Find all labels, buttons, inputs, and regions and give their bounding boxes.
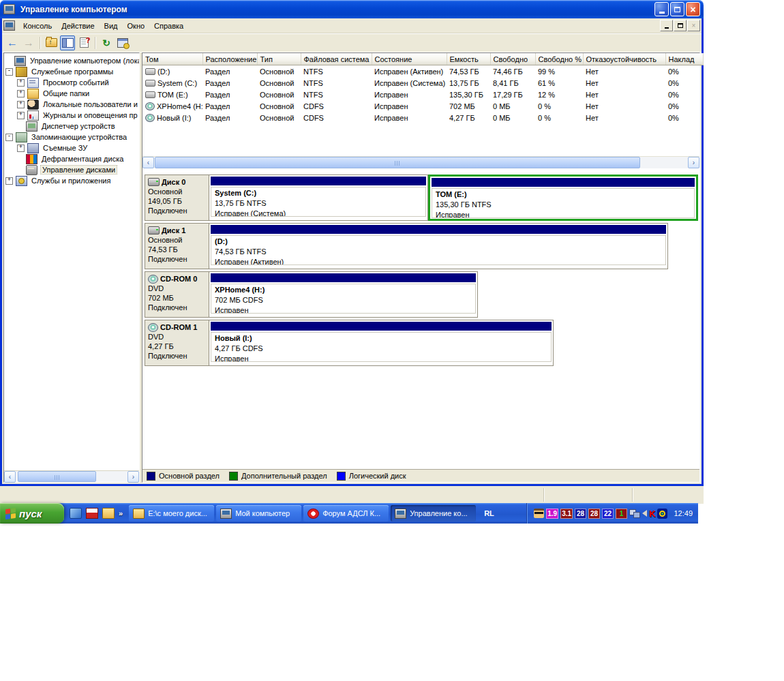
expand-icon[interactable]: +: [5, 177, 13, 185]
partition-tom-e-selected[interactable]: ТОМ (E:) 135,30 ГБ NTFS Исправен: [428, 175, 698, 221]
tray-badge[interactable]: 1: [616, 509, 627, 519]
mdi-window-controls: ×: [659, 20, 700, 31]
col-overhead[interactable]: Наклад: [665, 53, 703, 65]
tray-badge[interactable]: 28: [575, 509, 586, 519]
col-status[interactable]: Состояние: [372, 53, 447, 65]
col-filesystem[interactable]: Файловая система: [301, 53, 372, 65]
close-button[interactable]: ×: [686, 2, 700, 16]
partition-xphome4-h[interactable]: XPHome4 (H:) 702 МБ CDFS Исправен: [209, 271, 478, 318]
quick-launch-overflow-chevron[interactable]: »: [119, 509, 123, 517]
expand-icon[interactable]: +: [17, 79, 25, 87]
forward-button[interactable]: →: [21, 35, 36, 50]
tree-item-disk-defragmenter[interactable]: Дефрагментация диска: [5, 153, 139, 164]
taskbar-clock[interactable]: 12:49: [669, 509, 693, 517]
expand-icon[interactable]: +: [17, 145, 25, 152]
table-row[interactable]: XPHome4 (H:) Раздел Основной CDFS Исправ…: [142, 100, 703, 112]
tree-item-performance-logs[interactable]: + Журналы и оповещения пр: [5, 110, 139, 121]
scroll-left-icon[interactable]: ‹: [142, 157, 154, 168]
disk-volume-icon: [145, 91, 155, 98]
menu-view[interactable]: Вид: [100, 20, 123, 31]
col-location[interactable]: Расположение: [202, 53, 257, 65]
tree-item-disk-management[interactable]: Управление дисками: [5, 164, 139, 175]
col-free-pct[interactable]: Свободно %: [535, 53, 583, 65]
minimize-button[interactable]: [654, 2, 669, 16]
up-one-level-button[interactable]: ↑: [44, 35, 59, 50]
tray-badge[interactable]: 1.9: [546, 509, 558, 519]
refresh-button[interactable]: ↻: [99, 35, 114, 50]
scrollbar-track[interactable]: [154, 157, 688, 168]
scroll-right-icon[interactable]: ›: [688, 157, 699, 168]
tree-item-shared-folders[interactable]: + Общие папки: [5, 88, 139, 99]
disk1-label[interactable]: Диск 1 Основной 74,53 ГБ Подключен: [145, 223, 209, 269]
console-settings-button[interactable]: [115, 35, 130, 50]
scroll-left-icon[interactable]: ‹: [4, 471, 16, 483]
table-row[interactable]: (D:) Раздел Основной NTFS Исправен (Акти…: [142, 65, 703, 78]
mdi-minimize-button[interactable]: [660, 20, 673, 31]
tray-badge[interactable]: 3.1: [560, 509, 573, 519]
restore-button[interactable]: [670, 2, 684, 16]
kaspersky-tray-icon[interactable]: K: [649, 509, 655, 519]
cdrom-row-0: CD-ROM 0 DVD 702 МБ Подключен XPHome4 (H…: [145, 271, 697, 318]
media-player-icon[interactable]: [86, 508, 98, 519]
tree-item-device-manager[interactable]: Диспетчер устройств: [5, 121, 139, 132]
menu-window[interactable]: Окно: [123, 20, 150, 31]
horizontal-scrollbar[interactable]: ‹ ›: [142, 156, 699, 168]
tree-item-services-apps[interactable]: + Службы и приложения: [5, 175, 139, 186]
col-capacity[interactable]: Емкость: [447, 53, 490, 65]
scrollbar-thumb[interactable]: [18, 471, 96, 482]
start-button[interactable]: пуск: [0, 503, 64, 524]
col-type[interactable]: Тип: [257, 53, 301, 65]
scrollbar-thumb[interactable]: [155, 157, 640, 168]
cdrom0-label[interactable]: CD-ROM 0 DVD 702 МБ Подключен: [145, 271, 209, 318]
expand-icon[interactable]: +: [17, 112, 25, 119]
show-hide-tree-button[interactable]: [60, 35, 75, 50]
partition-system-c[interactable]: System (C:) 13,75 ГБ NTFS Исправен (Сист…: [209, 175, 428, 221]
expand-icon[interactable]: +: [17, 90, 25, 97]
cdrom1-label[interactable]: CD-ROM 1 DVD 4,27 ГБ Подключен: [145, 320, 209, 366]
scroll-right-icon[interactable]: ›: [127, 471, 139, 483]
radar-tray-icon[interactable]: [657, 509, 667, 519]
collapse-icon[interactable]: -: [5, 134, 13, 141]
col-volume[interactable]: Том: [142, 53, 202, 65]
col-fault-tolerance[interactable]: Отказоустойчивость: [583, 53, 665, 65]
taskbar-button-my-computer[interactable]: Мой компьютер: [216, 505, 301, 521]
tray-badge[interactable]: 22: [602, 509, 614, 519]
scrollbar-track[interactable]: [16, 471, 127, 482]
tree-item-event-viewer[interactable]: + Просмотр событий: [5, 77, 139, 88]
expand-icon[interactable]: +: [17, 101, 25, 108]
tree-item-system-tools[interactable]: - Служебные программы: [5, 66, 139, 77]
menu-action[interactable]: Действие: [57, 20, 99, 31]
show-desktop-icon[interactable]: [70, 508, 82, 519]
disk0-label[interactable]: Диск 0 Основной 149,05 ГБ Подключен: [145, 175, 209, 221]
tree-item-local-users[interactable]: + Локальные пользователи и: [5, 99, 139, 110]
properties-button[interactable]: ?: [76, 35, 91, 50]
window-titlebar[interactable]: Управление компьютером ×: [0, 0, 704, 18]
taskbar-button-opera-forum[interactable]: Форум АДСЛ К...: [303, 505, 389, 521]
language-indicator[interactable]: RL: [477, 503, 501, 524]
partition-d[interactable]: (D:) 74,53 ГБ NTFS Исправен (Активен): [209, 223, 668, 269]
tree-item-storage[interactable]: - Запоминающие устройства: [5, 132, 139, 142]
network-tray-icon[interactable]: [629, 509, 640, 518]
back-button[interactable]: ←: [5, 35, 20, 50]
folder-icon[interactable]: [102, 508, 115, 519]
col-free[interactable]: Свободно: [490, 53, 535, 65]
taskbar-button-explorer[interactable]: E:\c моего диск...: [129, 505, 214, 521]
tree-horizontal-scrollbar[interactable]: ‹ ›: [4, 470, 139, 482]
user-face-tray-icon[interactable]: [534, 509, 544, 518]
table-row[interactable]: Новый (I:) Раздел Основной CDFS Исправен…: [142, 112, 703, 123]
tray-badge[interactable]: 28: [588, 509, 600, 519]
tree-item-removable-storage[interactable]: + Съемные ЗУ: [5, 142, 139, 153]
taskbar-button-computer-management[interactable]: Управление ко...: [391, 505, 476, 521]
collapse-icon[interactable]: -: [5, 68, 13, 76]
menu-help[interactable]: Справка: [149, 20, 188, 31]
mdi-restore-button[interactable]: [674, 20, 687, 31]
table-row[interactable]: System (C:) Раздел Основной NTFS Исправе…: [142, 77, 703, 89]
table-header-row: Том Расположение Тип Файловая система Со…: [142, 53, 703, 65]
partition-novy-i[interactable]: Новый (I:) 4,27 ГБ CDFS Исправен: [209, 320, 554, 366]
volume-tray-icon[interactable]: [642, 510, 647, 517]
table-row[interactable]: ТОМ (E:) Раздел Основной NTFS Исправен 1…: [142, 89, 703, 100]
tree-item-computer-management[interactable]: Управление компьютером (локаль: [5, 55, 139, 66]
disk-management-panel: Том Расположение Тип Файловая система Со…: [142, 52, 700, 483]
menu-konsol[interactable]: Консоль: [18, 20, 57, 31]
mdi-close-button[interactable]: ×: [687, 20, 700, 31]
